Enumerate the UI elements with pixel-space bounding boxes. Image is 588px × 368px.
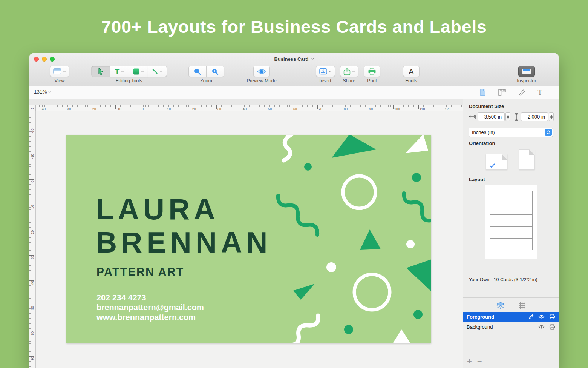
layout-grid-cell xyxy=(511,203,533,214)
add-layer-button[interactable]: + xyxy=(467,357,472,366)
shape-tool-button[interactable] xyxy=(129,66,148,77)
horizontal-ruler: in -40-30-20-100102030405060708090100110… xyxy=(29,105,463,111)
height-input[interactable]: 2.000 in xyxy=(521,112,548,121)
document-area: 131% in -40-30-20-1001020304050607080901… xyxy=(29,86,463,368)
triangle-shape xyxy=(406,258,431,296)
print-icon xyxy=(368,68,376,75)
height-stepper[interactable] xyxy=(549,112,554,121)
preview-mode-button[interactable] xyxy=(253,66,270,77)
card-subtitle[interactable]: PATTERN ART xyxy=(96,265,184,278)
width-input[interactable]: 3.500 in xyxy=(478,112,505,121)
dot-shape xyxy=(406,240,415,248)
print-label: Print xyxy=(367,78,377,83)
layout-grid-cell xyxy=(511,227,533,238)
visibility-eye-icon[interactable] xyxy=(538,325,545,329)
tab-geometry-icon[interactable] xyxy=(498,89,506,96)
toolbar-item-print: Print xyxy=(361,66,383,83)
remove-layer-button[interactable]: − xyxy=(477,357,482,366)
business-card[interactable]: LAURA BRENNAN PATTERN ART 202 234 4273 b… xyxy=(66,135,431,343)
toolbar-item-zoom: Zoom xyxy=(185,66,228,83)
card-name[interactable]: LAURA BRENNAN xyxy=(96,192,271,259)
card-name-line1: LAURA xyxy=(96,192,271,226)
zoom-out-button[interactable] xyxy=(188,66,207,77)
view-icon xyxy=(53,68,61,74)
text-tool-icon: T xyxy=(115,68,120,75)
tab-document-icon[interactable] xyxy=(480,89,486,96)
layout-preview[interactable] xyxy=(485,185,537,259)
dot-shape xyxy=(413,310,423,319)
zoom-group xyxy=(188,66,224,77)
chevron-down-icon xyxy=(160,71,163,72)
editing-tools-label: Editing Tools xyxy=(116,78,142,83)
inspector-tabs: T xyxy=(463,86,559,99)
triangle-shape xyxy=(360,229,381,250)
insert-icon xyxy=(319,68,327,75)
units-select[interactable]: Inches (in) xyxy=(469,128,553,137)
insert-button[interactable] xyxy=(316,66,335,77)
layout-grid-cell xyxy=(490,239,511,250)
printable-icon[interactable] xyxy=(549,324,555,330)
orientation-portrait-option[interactable] xyxy=(519,149,535,170)
inspector-panel: T Document Size 3.500 in 2.000 in Inches… xyxy=(463,86,559,368)
layout-caption: Your Own - 10 Cards (3-1/2*2 in) xyxy=(469,277,537,282)
fonts-button[interactable]: A xyxy=(403,66,420,77)
app-window: Business Card View xyxy=(29,53,559,368)
banner-title: 700+ Layouts for Business Cards and Labe… xyxy=(101,16,487,37)
page-fold xyxy=(529,149,535,155)
print-button[interactable] xyxy=(364,66,380,77)
canvas[interactable]: LAURA BRENNAN PATTERN ART 202 234 4273 b… xyxy=(36,111,463,368)
titlebar: Business Card xyxy=(29,53,559,65)
dot-shape xyxy=(326,262,336,272)
inspector-icon xyxy=(522,68,531,75)
layers-icon[interactable] xyxy=(496,302,505,309)
v-ruler-major-ticks xyxy=(29,111,34,368)
chevron-down-icon xyxy=(63,71,66,72)
chevron-down-icon xyxy=(121,71,124,72)
width-stepper[interactable] xyxy=(505,112,510,121)
screenshot-root: 700+ Layouts for Business Cards and Labe… xyxy=(0,0,588,368)
eye-icon xyxy=(257,68,266,75)
text-tool-button[interactable]: T xyxy=(110,66,129,77)
layout-grid-cell xyxy=(490,191,511,203)
dot-shape xyxy=(412,173,421,182)
card-email: brennanpattern@gmail.com xyxy=(96,303,204,313)
line-tool-button[interactable] xyxy=(148,66,167,77)
orientation-landscape-option[interactable] xyxy=(486,154,507,170)
edit-pencil-icon[interactable] xyxy=(528,314,534,319)
visibility-eye-icon[interactable] xyxy=(538,314,545,319)
zoom-level-dropdown[interactable]: 131% xyxy=(34,89,51,95)
layers-footer: + − xyxy=(467,357,482,366)
toolbar-item-preview: Preview Mode xyxy=(243,66,280,83)
select-tool-button[interactable] xyxy=(91,66,110,77)
preview-mode-label: Preview Mode xyxy=(247,78,276,83)
ruler-gap xyxy=(29,99,463,105)
window-title-area[interactable]: Business Card xyxy=(29,53,559,65)
inspector-button[interactable] xyxy=(518,66,535,77)
grid-icon[interactable] xyxy=(519,302,526,309)
layer-row-foreground[interactable]: Foreground xyxy=(463,312,559,322)
zoom-in-icon xyxy=(211,68,219,75)
card-contacts[interactable]: 202 234 4273 brennanpattern@gmail.com ww… xyxy=(96,293,204,322)
divider xyxy=(463,297,559,298)
window-title: Business Card xyxy=(274,56,308,62)
document-size-title: Document Size xyxy=(469,103,504,109)
toolbar-item-view: View xyxy=(43,66,76,83)
h-ruler-ticks: -40-30-20-100102030405060708090100110120 xyxy=(36,105,463,111)
printable-icon[interactable] xyxy=(549,314,555,319)
fonts-icon: A xyxy=(409,68,414,75)
zoom-in-button[interactable] xyxy=(206,66,224,77)
tab-text-icon[interactable]: T xyxy=(537,88,542,97)
view-button[interactable] xyxy=(50,66,69,77)
layout-grid xyxy=(490,191,533,250)
orientation-title: Orientation xyxy=(469,140,495,146)
layer-row-background[interactable]: Background xyxy=(463,322,559,332)
inspector-label: Inspector xyxy=(517,78,536,83)
share-icon xyxy=(343,68,351,75)
cursor-icon xyxy=(97,68,104,75)
tab-appearance-brush-icon[interactable] xyxy=(518,89,526,96)
editing-tools-group: T xyxy=(91,66,167,77)
card-phone: 202 234 4273 xyxy=(96,293,204,303)
layer-name: Background xyxy=(467,324,493,330)
line-tool-icon xyxy=(152,68,158,75)
share-button[interactable] xyxy=(340,66,358,77)
